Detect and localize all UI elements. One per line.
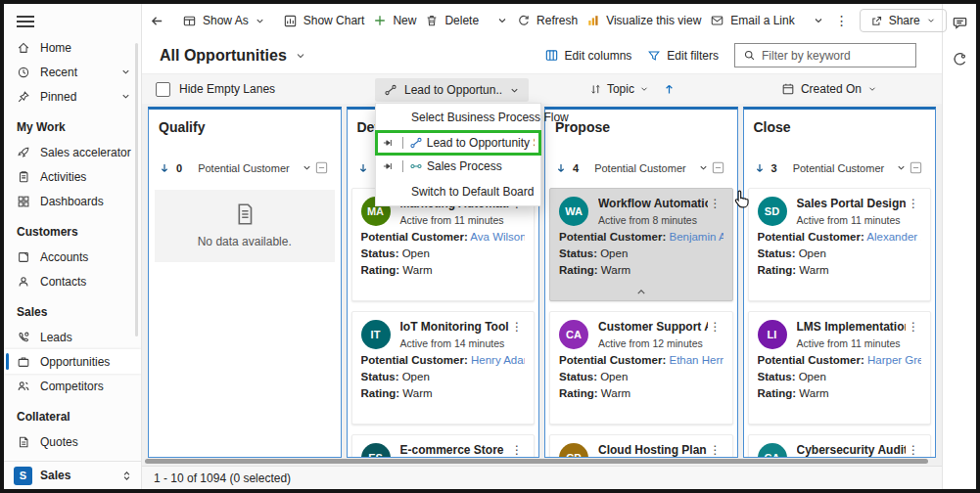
overflow-chevron-icon[interactable] xyxy=(496,15,508,26)
sidebar-item-opportunities[interactable]: Opportunities xyxy=(4,349,141,374)
sidebar-item-home[interactable]: Home xyxy=(4,35,141,60)
sidebar-item-label: Dashboards xyxy=(40,195,104,208)
opportunity-card-iot-monitoring-tool[interactable]: ITIoT Monitoring ToolActive from 14 minu… xyxy=(351,311,536,425)
sidebar-item-competitors[interactable]: Competitors xyxy=(4,374,141,398)
opportunity-card-lms-implementation[interactable]: LILMS ImplementationActive from 11 minut… xyxy=(748,311,932,425)
group-by-date-label: Created On xyxy=(801,82,862,96)
process-option-lead-to-opportunity-sales[interactable]: Lead to Opportunity Sales ... xyxy=(376,131,540,155)
customer-link[interactable]: Benjamin A... xyxy=(666,231,723,243)
card-menu-icon[interactable]: ⋮ xyxy=(906,320,921,334)
opportunity-card-customer-support-app[interactable]: CACustomer Support AppActive from 12 min… xyxy=(549,311,733,425)
status-bar: 1 - 10 of 1094 (0 selected) xyxy=(142,466,942,489)
customer-link[interactable]: Ethan Hern... xyxy=(666,354,723,366)
view-selector[interactable]: All Opportunities xyxy=(160,47,306,65)
avatar: ES xyxy=(361,443,391,457)
customer-link[interactable]: Ava Wilson xyxy=(468,231,525,243)
edit-columns-button[interactable]: Edit columns xyxy=(544,48,632,63)
more-commands-icon[interactable]: ⋮ xyxy=(833,13,851,28)
visualize-view-button[interactable]: Visualize this view xyxy=(586,14,701,27)
collapse-lane-icon[interactable] xyxy=(314,160,329,175)
filter-keyword-input[interactable] xyxy=(762,49,908,63)
sort-field-selector[interactable]: Topic xyxy=(589,82,649,96)
sort-direction-icon[interactable] xyxy=(663,83,676,96)
opportunity-card-cybersecurity-audit[interactable]: CACybersecurity Audit⋮ xyxy=(748,434,932,457)
card-menu-icon[interactable]: ⋮ xyxy=(906,197,921,210)
lane-qualify: Qualify0Potential CustomerNo data availa… xyxy=(148,107,342,458)
chevron-down-icon[interactable] xyxy=(302,162,312,173)
customer-link[interactable]: Harper Gre... xyxy=(864,354,921,366)
sidebar-group-header: Sales xyxy=(4,293,141,325)
card-active-time: Active from 11 minutes xyxy=(797,337,907,349)
feedback-chat-icon[interactable] xyxy=(952,15,968,31)
collapse-lane-icon[interactable] xyxy=(711,160,725,175)
customer-label: Potential Customer: xyxy=(758,231,864,243)
hamburger-menu-icon[interactable] xyxy=(17,16,34,27)
process-flow-selector-button[interactable]: Lead to Opportun.. xyxy=(375,78,529,102)
card-title: Workflow Automation xyxy=(598,197,708,210)
collapse-card-icon[interactable] xyxy=(634,286,647,298)
sidebar-item-dashboards[interactable]: Dashboards xyxy=(4,189,141,213)
group-by-date-selector[interactable]: Created On xyxy=(781,82,877,96)
chevron-down-icon[interactable] xyxy=(896,162,907,173)
show-as-button[interactable]: Show As xyxy=(182,14,265,28)
opportunity-card-cloud-hosting-plan[interactable]: CPCloud Hosting Plan⋮ xyxy=(549,434,733,457)
avatar: CA xyxy=(559,320,588,349)
sidebar-item-accounts[interactable]: Accounts xyxy=(4,245,141,269)
sidebar-item-sales-accelerator[interactable]: Sales accelerator xyxy=(4,140,141,164)
opportunity-card-sales-portal-design[interactable]: SDSales Portal DesignActive from 11 minu… xyxy=(748,188,932,301)
status-label: Status: xyxy=(361,371,399,382)
share-button[interactable]: Share xyxy=(860,9,947,32)
hide-empty-lanes-checkbox[interactable] xyxy=(156,82,170,97)
copilot-icon[interactable] xyxy=(952,51,968,67)
customer-link[interactable]: Alexander ... xyxy=(864,231,921,243)
card-active-time: Active from 11 minutes xyxy=(797,214,907,226)
email-link-button[interactable]: Email a Link xyxy=(710,14,794,27)
card-menu-icon[interactable]: ⋮ xyxy=(906,443,921,457)
sidebar-item-recent[interactable]: Recent xyxy=(4,60,141,84)
horizontal-scrollbar[interactable] xyxy=(142,458,942,466)
process-flow-selector-label: Lead to Opportun.. xyxy=(404,83,502,97)
status-value: Open xyxy=(597,371,628,382)
share-icon xyxy=(870,15,883,27)
sidebar-item-contacts[interactable]: Contacts xyxy=(4,269,141,293)
avatar: IT xyxy=(361,320,391,349)
new-button[interactable]: New xyxy=(373,14,416,27)
visualize-view-label: Visualize this view xyxy=(606,14,701,27)
process-flow-icon xyxy=(409,136,423,150)
card-menu-icon[interactable]: ⋮ xyxy=(708,443,723,457)
lane-count: 0 xyxy=(176,162,182,174)
sidebar-scrollbar[interactable] xyxy=(135,43,138,336)
process-option-sales-process[interactable]: Sales Process xyxy=(376,155,540,178)
show-chart-button[interactable]: Show Chart xyxy=(283,14,365,28)
sidebar-item-leads[interactable]: Leads xyxy=(4,325,141,349)
card-menu-icon[interactable]: ⋮ xyxy=(708,197,723,210)
process-option-label: Lead to Opportunity Sales ... xyxy=(427,136,535,150)
card-menu-icon[interactable]: ⋮ xyxy=(509,443,525,457)
card-menu-icon[interactable]: ⋮ xyxy=(708,320,723,334)
refresh-button[interactable]: Refresh xyxy=(517,14,578,27)
collapse-lane-icon[interactable] xyxy=(909,160,923,175)
customer-link[interactable]: Henry Adam... xyxy=(468,354,525,366)
card-menu-icon[interactable]: ⋮ xyxy=(509,320,525,334)
opportunity-card-e-commerce-store[interactable]: ESE-commerce Store⋮ xyxy=(351,434,536,457)
sidebar-item-quotes[interactable]: Quotes xyxy=(4,429,141,454)
overflow-chevron2-icon[interactable] xyxy=(813,15,824,26)
menu-item-switch-default-board[interactable]: Switch to Default Board xyxy=(376,178,540,205)
chart-icon xyxy=(283,14,298,28)
opportunity-card-workflow-automation[interactable]: WAWorkflow AutomationActive from 8 minut… xyxy=(549,188,733,301)
back-icon[interactable] xyxy=(150,14,164,28)
sidebar-group-header: Collateral xyxy=(4,398,141,429)
rating-label: Rating: xyxy=(758,264,797,276)
area-switcher[interactable]: S Sales xyxy=(4,461,141,489)
card-active-time: Active from 11 minutes xyxy=(400,214,510,226)
edit-filters-label: Edit filters xyxy=(667,49,719,63)
chevron-down-icon[interactable] xyxy=(698,162,709,173)
menu-item-select-bpf[interactable]: Select Business Process Flow xyxy=(376,104,540,131)
sidebar-item-activities[interactable]: Activities xyxy=(4,164,141,189)
delete-button[interactable]: Delete xyxy=(425,14,479,27)
area-switcher-icon[interactable] xyxy=(120,470,133,482)
rating-value: Warm xyxy=(598,387,630,399)
edit-filters-button[interactable]: Edit filters xyxy=(647,49,719,63)
sidebar-item-pinned[interactable]: Pinned xyxy=(4,84,141,109)
lane-body: WAWorkflow AutomationActive from 8 minut… xyxy=(545,184,737,457)
